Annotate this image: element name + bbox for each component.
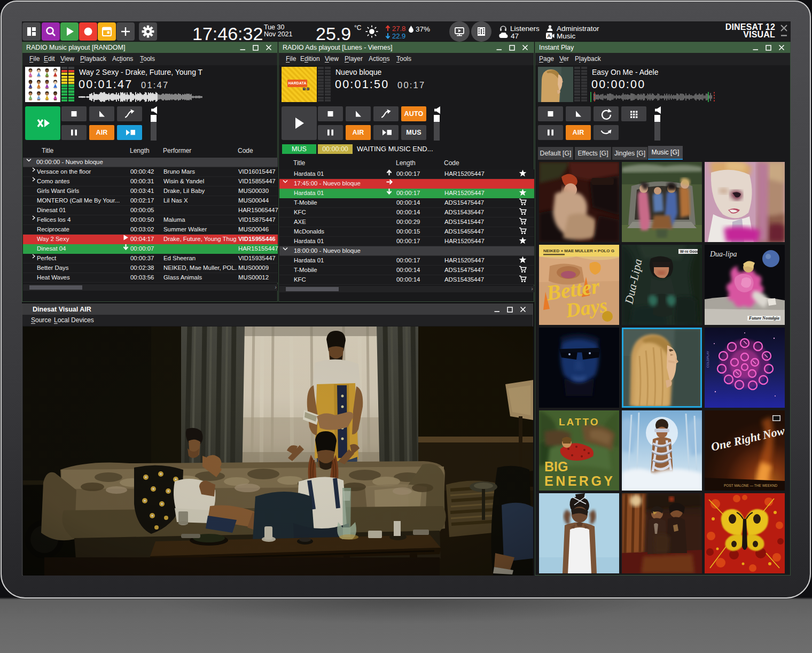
svg-text:NEIKED × MAE MULLER × POLO G: NEIKED × MAE MULLER × POLO G <box>543 248 614 253</box>
svg-text:LATTO: LATTO <box>559 416 600 427</box>
svg-text:BIG: BIG <box>544 459 568 474</box>
svg-text:A: A <box>547 33 551 38</box>
svg-text:Future Nostalgia: Future Nostalgia <box>748 316 779 321</box>
svg-text:COLDPLAY: COLDPLAY <box>706 351 709 368</box>
svg-text:Dua-lipa: Dua-lipa <box>709 250 737 258</box>
svg-text:POST MALONE — THE WEEKND: POST MALONE — THE WEEKND <box>724 484 777 487</box>
svg-text:W·re Good: W·re Good <box>680 250 699 253</box>
